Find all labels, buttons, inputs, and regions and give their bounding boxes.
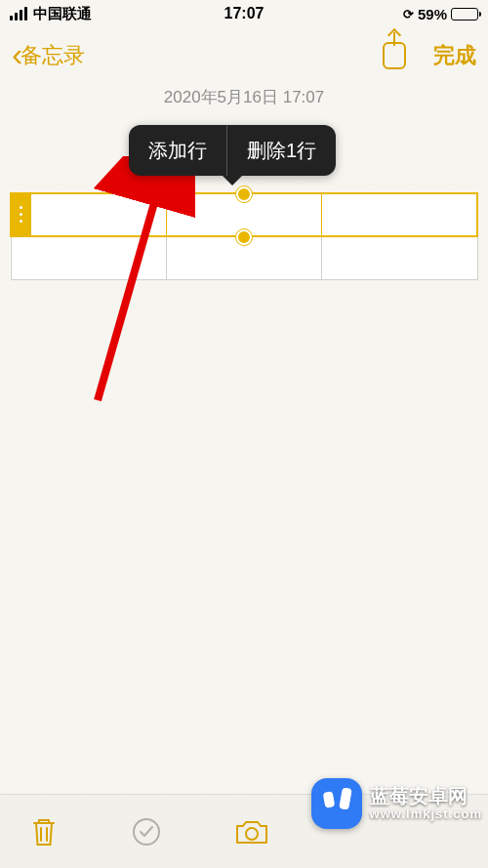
battery-icon — [451, 8, 478, 21]
menu-delete-row[interactable]: 删除1行 — [227, 125, 336, 176]
orientation-lock-icon: ⟳ — [403, 7, 414, 21]
status-bar: 中国联通 17:07 ⟳ 59% — [0, 0, 488, 27]
share-icon — [383, 42, 406, 69]
table-cell[interactable] — [322, 236, 477, 279]
nav-bar: ‹ 备忘录 完成 — [0, 27, 488, 84]
battery-percent: 59% — [418, 6, 447, 22]
carrier-label: 中国联通 — [33, 5, 92, 23]
android-mascot-icon — [311, 778, 362, 829]
done-button[interactable]: 完成 — [433, 41, 476, 70]
status-left: 中国联通 — [10, 5, 92, 23]
table-cell[interactable] — [11, 236, 166, 279]
context-menu: 添加行 删除1行 — [129, 125, 336, 176]
back-label: 备忘录 — [20, 41, 85, 70]
selection-handle-bottom[interactable] — [236, 229, 252, 245]
selection-handle-top[interactable] — [236, 186, 252, 202]
table-cell[interactable] — [322, 193, 477, 236]
trash-button[interactable] — [29, 815, 59, 848]
svg-point-2 — [134, 819, 159, 845]
watermark-text: 蓝莓安卓网 www.lmkjst.com — [370, 785, 482, 822]
table-cell[interactable] — [11, 193, 166, 236]
note-timestamp: 2020年5月16日 17:07 — [0, 86, 488, 108]
camera-button[interactable] — [234, 817, 269, 847]
trash-icon — [29, 815, 59, 848]
checklist-button[interactable] — [131, 816, 162, 847]
watermark-title: 蓝莓安卓网 — [370, 785, 482, 807]
check-circle-icon — [131, 816, 162, 847]
back-button[interactable]: ‹ 备忘录 — [12, 41, 85, 70]
note-table-wrap — [10, 192, 478, 280]
camera-icon — [234, 817, 269, 847]
svg-point-3 — [246, 828, 258, 840]
signal-icon — [10, 7, 27, 21]
watermark-url: www.lmkjst.com — [370, 807, 482, 822]
menu-add-row[interactable]: 添加行 — [129, 125, 226, 176]
watermark-badge: 蓝莓安卓网 www.lmkjst.com — [311, 778, 482, 829]
status-right: ⟳ 59% — [403, 6, 478, 22]
share-button[interactable] — [383, 42, 406, 69]
row-drag-handle[interactable] — [10, 192, 31, 236]
